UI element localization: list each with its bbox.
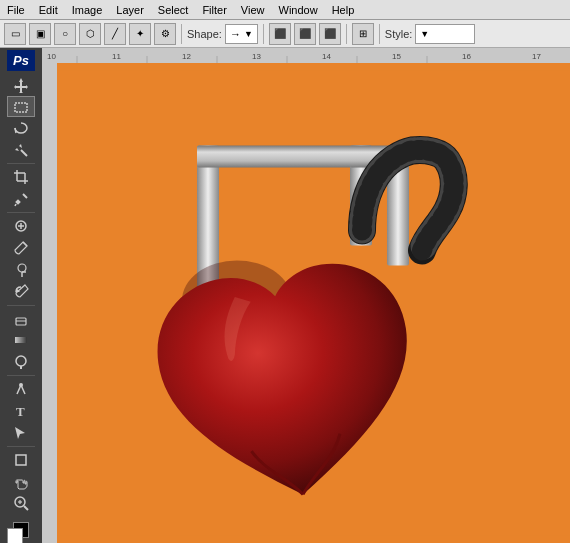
separator3 — [7, 305, 35, 306]
menu-window[interactable]: Window — [272, 2, 325, 18]
tool-move[interactable] — [7, 75, 35, 96]
opt-settings[interactable]: ⚙ — [154, 23, 176, 45]
svg-rect-11 — [15, 199, 21, 205]
opt-extra-1[interactable]: ⊞ — [352, 23, 374, 45]
tool-marquee[interactable] — [7, 96, 35, 117]
toolbar: Ps — [0, 48, 42, 543]
menu-image[interactable]: Image — [65, 2, 110, 18]
tool-magic-wand[interactable] — [7, 140, 35, 161]
svg-line-10 — [23, 194, 27, 198]
menu-file[interactable]: File — [0, 2, 32, 18]
opt-align-2[interactable]: ⬛ — [294, 23, 316, 45]
svg-line-16 — [23, 242, 27, 246]
svg-text:14: 14 — [322, 52, 331, 61]
tool-zoom[interactable] — [7, 493, 35, 514]
ruler-top: 10 11 12 13 14 15 16 17 — [42, 48, 570, 63]
tool-type[interactable]: T — [7, 401, 35, 422]
svg-marker-28 — [15, 427, 25, 439]
canvas-area: 10 11 12 13 14 15 16 17 — [42, 48, 570, 543]
svg-point-17 — [18, 264, 26, 272]
ruler-left — [42, 63, 57, 543]
svg-line-31 — [24, 506, 28, 510]
svg-rect-49 — [42, 63, 57, 543]
menu-edit[interactable]: Edit — [32, 2, 65, 18]
svg-text:10: 10 — [47, 52, 56, 61]
menu-help[interactable]: Help — [325, 2, 362, 18]
svg-rect-52 — [197, 146, 372, 168]
svg-marker-5 — [15, 148, 19, 151]
main-area: Ps — [0, 48, 570, 543]
options-bar: ▭ ▣ ○ ⬡ ╱ ✦ ⚙ Shape: → ▼ ⬛ ⬛ ⬛ ⊞ Style: … — [0, 20, 570, 48]
tool-clone-stamp[interactable] — [7, 259, 35, 280]
separator2 — [7, 212, 35, 213]
menu-view[interactable]: View — [234, 2, 272, 18]
svg-marker-4 — [19, 144, 22, 148]
svg-rect-1 — [15, 103, 27, 112]
separator4 — [7, 375, 35, 376]
svg-text:11: 11 — [112, 52, 121, 61]
tool-hand[interactable] — [7, 471, 35, 492]
menu-layer[interactable]: Layer — [109, 2, 151, 18]
opt-tool-1[interactable]: ▭ — [4, 23, 26, 45]
svg-text:13: 13 — [252, 52, 261, 61]
svg-text:16: 16 — [462, 52, 471, 61]
tool-eyedropper[interactable] — [7, 189, 35, 210]
svg-point-26 — [19, 383, 23, 387]
tool-shape[interactable] — [7, 450, 35, 471]
separator — [7, 163, 35, 164]
separator-4 — [379, 24, 380, 44]
opt-tool-2[interactable]: ▣ — [29, 23, 51, 45]
svg-text:T: T — [16, 404, 25, 419]
style-label: Style: — [385, 28, 413, 40]
opt-align-1[interactable]: ⬛ — [269, 23, 291, 45]
separator-1 — [181, 24, 182, 44]
svg-point-24 — [16, 356, 26, 366]
tool-brush[interactable] — [7, 238, 35, 259]
menu-select[interactable]: Select — [151, 2, 196, 18]
svg-text:17: 17 — [532, 52, 541, 61]
opt-tool-4[interactable]: ⬡ — [79, 23, 101, 45]
opt-tool-6[interactable]: ✦ — [129, 23, 151, 45]
svg-rect-23 — [15, 337, 27, 343]
tool-history-brush[interactable] — [7, 281, 35, 302]
shape-dropdown[interactable]: → ▼ — [225, 24, 258, 44]
svg-marker-0 — [14, 78, 28, 93]
menu-filter[interactable]: Filter — [195, 2, 233, 18]
tool-eraser[interactable] — [7, 308, 35, 329]
svg-line-2 — [15, 128, 16, 133]
menu-bar: File Edit Image Layer Select Filter View… — [0, 0, 570, 20]
svg-rect-29 — [16, 455, 26, 465]
svg-rect-34 — [42, 48, 570, 63]
color-swatches[interactable] — [7, 522, 35, 543]
svg-text:12: 12 — [182, 52, 191, 61]
separator5 — [7, 446, 35, 447]
tool-healing[interactable] — [7, 216, 35, 237]
tool-crop[interactable] — [7, 167, 35, 188]
separator-2 — [263, 24, 264, 44]
svg-line-12 — [15, 204, 16, 206]
style-dropdown[interactable]: ▼ — [415, 24, 475, 44]
opt-align-3[interactable]: ⬛ — [319, 23, 341, 45]
canvas — [57, 63, 570, 543]
tool-gradient[interactable] — [7, 330, 35, 351]
svg-text:15: 15 — [392, 52, 401, 61]
tool-path-select[interactable] — [7, 422, 35, 443]
opt-tool-3[interactable]: ○ — [54, 23, 76, 45]
tool-pen[interactable] — [7, 379, 35, 400]
opt-tool-5[interactable]: ╱ — [104, 23, 126, 45]
separator-3 — [346, 24, 347, 44]
tool-dodge[interactable] — [7, 352, 35, 373]
ps-logo: Ps — [7, 50, 35, 71]
tool-lasso[interactable] — [7, 118, 35, 139]
shape-label: Shape: — [187, 28, 222, 40]
svg-line-3 — [21, 150, 27, 156]
